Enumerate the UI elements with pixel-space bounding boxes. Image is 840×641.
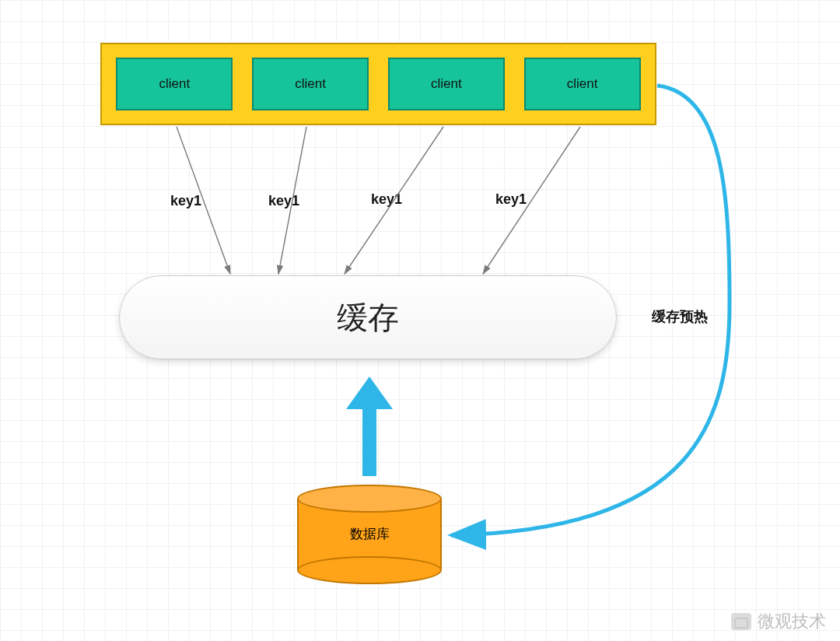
- db-bottom: [297, 556, 442, 584]
- client-label: client: [159, 76, 191, 92]
- client-box: client: [388, 58, 505, 110]
- wechat-icon: [731, 613, 751, 630]
- key-label: key1: [268, 193, 299, 209]
- watermark: 微观技术: [731, 610, 826, 633]
- client-label: client: [567, 76, 598, 92]
- cache-node: 缓存: [119, 275, 617, 359]
- watermark-text: 微观技术: [758, 610, 826, 633]
- client-label: client: [295, 76, 326, 92]
- client-box: client: [116, 58, 233, 110]
- svg-marker-1: [346, 377, 393, 409]
- key-label: key1: [495, 191, 527, 208]
- key-label: key1: [371, 191, 402, 208]
- database-label: 数据库: [297, 525, 442, 543]
- database-node: 数据库: [297, 485, 442, 584]
- client-box: client: [252, 58, 369, 110]
- key-label: key1: [170, 193, 201, 209]
- clients-container: client client client client: [100, 43, 656, 125]
- cache-label: 缓存: [337, 296, 399, 339]
- client-box: client: [524, 58, 641, 110]
- cache-preheat-label: 缓存预热: [652, 307, 708, 326]
- arrow-db-to-cache: [346, 377, 393, 476]
- client-label: client: [431, 76, 462, 92]
- db-top: [297, 485, 442, 513]
